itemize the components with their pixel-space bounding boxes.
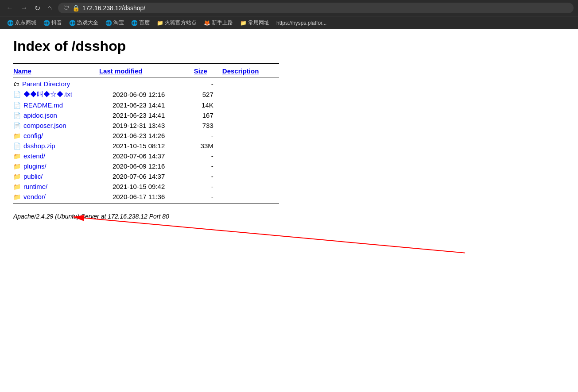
- file-icon: 📁: [13, 183, 21, 190]
- browser-chrome: ← → ↻ ⌂ 🛡 🔒 172.16.238.12/dsshop/ 🌐 京东商城…: [0, 0, 578, 29]
- file-description: [222, 110, 279, 120]
- bookmark-jingdong[interactable]: 🌐 京东商城: [4, 18, 39, 27]
- file-modified: 2020-06-17 11:36: [99, 192, 194, 202]
- table-row: 📁plugins/2020-06-09 12:16-: [13, 161, 279, 171]
- file-icon: 📄: [13, 112, 21, 119]
- file-link[interactable]: composer.json: [23, 122, 66, 129]
- file-description: [222, 181, 279, 192]
- file-modified: 2020-06-09 12:16: [99, 161, 194, 171]
- file-link[interactable]: extend/: [23, 152, 45, 160]
- bookmark-label: 游戏大全: [77, 19, 98, 27]
- file-modified: 2021-06-23 14:41: [99, 100, 194, 110]
- file-name-cell: 📁vendor/: [13, 192, 99, 202]
- file-description: [222, 131, 279, 141]
- file-size: 167: [194, 110, 222, 120]
- bookmark-label: 京东商城: [15, 19, 36, 27]
- file-icon: 📁: [13, 153, 21, 160]
- table-row: 📄README.md2021-06-23 14:4114K: [13, 100, 279, 110]
- forward-button[interactable]: →: [19, 3, 29, 13]
- file-modified: 2020-07-06 14:37: [99, 151, 194, 161]
- file-size: -: [194, 151, 222, 161]
- file-link[interactable]: ◆◆叫◆☆◆.txt: [23, 90, 72, 98]
- file-link[interactable]: public/: [23, 173, 43, 180]
- bookmark-games[interactable]: 🌐 游戏大全: [66, 18, 101, 27]
- file-size: 527: [194, 89, 222, 100]
- file-description: [222, 100, 279, 110]
- bookmark-label: https://hysps.platfor...: [276, 20, 326, 26]
- page-title: Index of /dsshop: [13, 38, 565, 54]
- bookmark-firefox-official[interactable]: 📁 火狐官方站点: [154, 18, 199, 27]
- file-link[interactable]: Parent Directory: [22, 80, 70, 88]
- file-link[interactable]: plugins/: [23, 162, 47, 170]
- bookmark-globe-icon: 🌐: [69, 20, 76, 26]
- file-modified: [99, 79, 194, 89]
- file-icon: 📄: [13, 122, 21, 129]
- col-name-link[interactable]: Name: [13, 67, 31, 75]
- file-link[interactable]: README.md: [23, 101, 63, 109]
- home-button[interactable]: ⌂: [46, 3, 54, 13]
- file-description: [222, 151, 279, 161]
- file-modified: 2020-06-09 12:16: [99, 89, 194, 100]
- bookmark-globe-icon: 🌐: [105, 20, 112, 26]
- file-name-cell: 📁runtime/: [13, 181, 99, 192]
- bookmark-baidu[interactable]: 🌐 百度: [128, 18, 152, 27]
- bookmark-globe-icon: 🌐: [131, 20, 138, 26]
- file-description: [222, 192, 279, 202]
- file-modified: 2021-06-23 14:41: [99, 110, 194, 120]
- file-description: [222, 161, 279, 171]
- bookmark-new-user[interactable]: 🦊 新手上路: [201, 18, 236, 27]
- bookmark-folder-icon: 📁: [157, 20, 163, 26]
- col-modified: Last modified: [99, 65, 194, 77]
- table-row: 📄dsshop.zip2021-10-15 08:1233M: [13, 141, 279, 151]
- file-name-cell: 📄dsshop.zip: [13, 141, 99, 151]
- bookmark-folder-icon: 📁: [240, 20, 247, 26]
- file-size: -: [194, 161, 222, 171]
- file-link[interactable]: apidoc.json: [23, 111, 57, 119]
- file-icon: 📁: [13, 163, 21, 170]
- bookmark-common-sites[interactable]: 📁 常用网址: [237, 18, 272, 27]
- address-bar-container[interactable]: 🛡 🔒 172.16.238.12/dsshop/: [58, 3, 574, 13]
- file-size: -: [194, 131, 222, 141]
- file-link[interactable]: dsshop.zip: [23, 142, 55, 150]
- file-name-cell: 📄README.md: [13, 100, 99, 110]
- back-button[interactable]: ←: [4, 3, 15, 13]
- bookmark-label: 火狐官方站点: [165, 19, 197, 27]
- col-description: Description: [222, 65, 279, 77]
- shield-icon: 🛡: [63, 4, 70, 12]
- bookmark-label: 淘宝: [113, 19, 124, 27]
- file-size: -: [194, 181, 222, 192]
- file-description: [222, 141, 279, 151]
- file-icon: 📄: [13, 142, 21, 150]
- col-size-link[interactable]: Size: [194, 67, 207, 75]
- file-name-cell: 📄◆◆叫◆☆◆.txt: [13, 89, 99, 100]
- bookmark-globe-icon: 🌐: [43, 20, 50, 26]
- table-row: 📄composer.json2019-12-31 13:43733: [13, 120, 279, 131]
- reload-button[interactable]: ↻: [33, 3, 42, 13]
- file-link[interactable]: runtime/: [23, 183, 47, 190]
- bookmark-douyin[interactable]: 🌐 抖音: [41, 18, 65, 27]
- bookmarks-bar: 🌐 京东商城 🌐 抖音 🌐 游戏大全 🌐 淘宝 🌐 百度 📁 火狐官方站点 🦊 …: [0, 16, 578, 29]
- file-icon: 📁: [13, 173, 21, 180]
- bookmark-hysps[interactable]: https://hysps.platfor...: [274, 19, 329, 27]
- col-modified-link[interactable]: Last modified: [99, 67, 143, 75]
- file-size: -: [194, 192, 222, 202]
- file-size: -: [194, 171, 222, 181]
- svg-line-1: [73, 217, 465, 253]
- file-modified: 2019-12-31 13:43: [99, 120, 194, 131]
- col-description-link[interactable]: Description: [222, 67, 259, 75]
- file-icon: 📁: [13, 132, 21, 139]
- file-modified: 2021-10-15 08:12: [99, 141, 194, 151]
- file-name-cell: 📁extend/: [13, 151, 99, 161]
- file-icon: 📄: [13, 102, 21, 109]
- file-modified: 2021-10-15 09:42: [99, 181, 194, 192]
- file-size: 733: [194, 120, 222, 131]
- file-link[interactable]: vendor/: [23, 193, 46, 200]
- file-name-cell: 📁plugins/: [13, 161, 99, 171]
- file-link[interactable]: config/: [23, 132, 43, 139]
- directory-table: Name Last modified Size Description 🗂Par…: [13, 63, 279, 204]
- file-size: -: [194, 79, 222, 89]
- bookmark-taobao[interactable]: 🌐 淘宝: [103, 18, 127, 27]
- file-name-cell: 📁config/: [13, 131, 99, 141]
- file-icon: 🗂: [13, 81, 19, 88]
- col-size: Size: [194, 65, 222, 77]
